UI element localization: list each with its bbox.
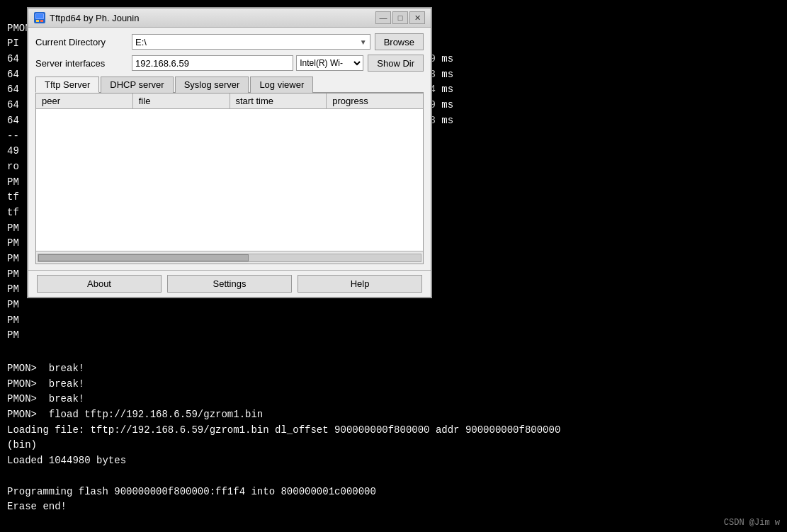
server-interfaces-row: Server interfaces Intel(R) Wi- Show Dir: [35, 55, 424, 72]
col-progress: progress: [327, 94, 423, 108]
about-button[interactable]: About: [37, 275, 162, 293]
server-interfaces-inputs: Intel(R) Wi-: [132, 55, 363, 71]
table-header: peer file start time progress: [36, 94, 423, 109]
settings-button[interactable]: Settings: [167, 275, 292, 293]
svg-rect-2: [36, 14, 43, 18]
col-file: file: [133, 94, 230, 108]
watermark: CSDN @Jim w: [724, 518, 780, 528]
scrollbar-thumb[interactable]: [38, 254, 249, 261]
table-body: [36, 109, 423, 251]
show-dir-button[interactable]: Show Dir: [368, 55, 424, 72]
current-directory-value: E:\: [135, 37, 147, 47]
close-button[interactable]: ✕: [409, 11, 425, 24]
tab-dhcp-server[interactable]: DHCP server: [101, 77, 173, 93]
transfer-table: peer file start time progress: [35, 93, 424, 264]
scrollbar-track[interactable]: [38, 254, 421, 262]
svg-rect-3: [36, 20, 39, 22]
title-bar-controls[interactable]: — □ ✕: [375, 11, 425, 24]
app-icon: [34, 12, 45, 23]
svg-rect-4: [40, 20, 43, 22]
col-peer: peer: [36, 94, 133, 108]
server-interfaces-label: Server interfaces: [35, 58, 128, 69]
title-bar: Tftpd64 by Ph. Jounin — □ ✕: [28, 9, 431, 28]
server-adapter-select[interactable]: Intel(R) Wi-: [296, 55, 363, 71]
col-start-time: start time: [230, 94, 327, 108]
terminal-bottom: PMON> break! PMON> break! PMON> break! P…: [0, 361, 567, 515]
window-body: Current Directory E:\ ▼ Browse Server in…: [28, 28, 431, 270]
tftp-window: Tftpd64 by Ph. Jounin — □ ✕ Current Dire…: [27, 7, 432, 298]
server-ip-input[interactable]: [132, 55, 293, 71]
tabs-row: Tftp Server DHCP server Syslog server Lo…: [35, 76, 424, 93]
tab-syslog-server[interactable]: Syslog server: [175, 77, 249, 93]
maximize-button[interactable]: □: [392, 11, 408, 24]
bottom-buttons: About Settings Help: [28, 270, 431, 297]
title-bar-left: Tftpd64 by Ph. Jounin: [34, 12, 139, 23]
browse-button[interactable]: Browse: [375, 33, 424, 50]
current-directory-row: Current Directory E:\ ▼ Browse: [35, 33, 424, 50]
current-directory-input[interactable]: E:\ ▼: [132, 34, 370, 50]
scrollbar-area[interactable]: [36, 251, 423, 264]
tab-log-viewer[interactable]: Log viewer: [250, 77, 313, 93]
minimize-button[interactable]: —: [375, 11, 391, 24]
help-button[interactable]: Help: [298, 275, 422, 293]
directory-dropdown-arrow: ▼: [360, 38, 367, 46]
window-title: Tftpd64 by Ph. Jounin: [50, 13, 139, 23]
tab-tftp-server[interactable]: Tftp Server: [35, 77, 99, 93]
current-directory-label: Current Directory: [35, 37, 128, 47]
